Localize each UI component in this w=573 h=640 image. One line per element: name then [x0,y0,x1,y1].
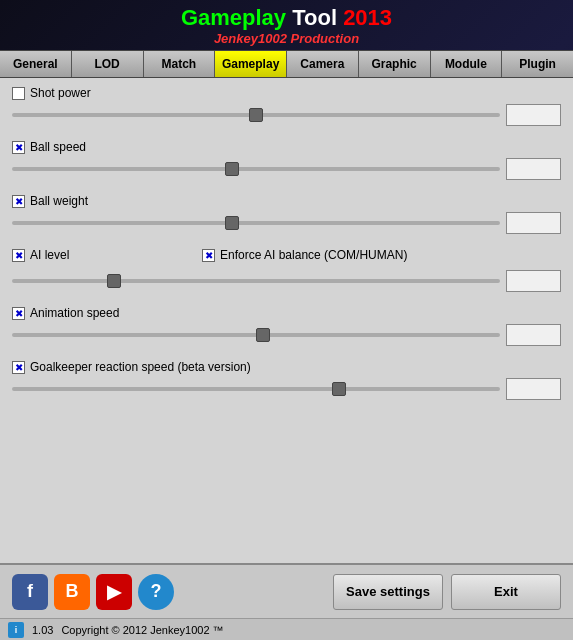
help-symbol: ? [151,581,162,602]
animation-speed-checkbox[interactable] [12,307,25,320]
goalkeeper-slider[interactable] [12,387,500,391]
blog-letter: B [66,581,79,602]
title-tool: Tool [286,5,343,30]
ball-speed-label: Ball speed [30,140,86,154]
youtube-icon[interactable]: ▶ [96,574,132,610]
ai-level-checkbox[interactable] [12,249,25,262]
facebook-icon[interactable]: f [12,574,48,610]
tab-match[interactable]: Match [144,51,216,77]
ai-level-label: AI level [30,248,69,262]
enforce-ai-checkbox[interactable] [202,249,215,262]
version-label: 1.03 [32,624,53,636]
ball-weight-value[interactable]: 90 [506,212,561,234]
ball-speed-row: Ball speed 90 [12,140,561,180]
ai-level-section: AI level [12,248,192,266]
app-title: Gameplay Tool 2013 [181,5,392,31]
status-bar: i 1.03 Copyright © 2012 Jenkey1002 ™ [0,618,573,640]
tab-lod[interactable]: LOD [72,51,144,77]
shot-power-value[interactable]: 100 [506,104,561,126]
goalkeeper-row: Goalkeeper reaction speed (beta version)… [12,360,561,400]
enforce-ai-section: Enforce AI balance (COM/HUMAN) [202,248,561,266]
help-icon[interactable]: ? [138,574,174,610]
youtube-symbol: ▶ [107,581,121,603]
ball-weight-label: Ball weight [30,194,88,208]
tab-graphic[interactable]: Graphic [359,51,431,77]
animation-speed-slider[interactable] [12,333,500,337]
ai-row: AI level Enforce AI balance (COM/HUMAN) … [12,248,561,292]
enforce-ai-value[interactable]: 2 [506,270,561,292]
tab-general[interactable]: General [0,51,72,77]
ball-speed-slider[interactable] [12,167,500,171]
tab-gameplay[interactable]: Gameplay [215,51,287,77]
header-subtitle: Jenkey1002 Production [181,31,392,46]
tab-camera[interactable]: Camera [287,51,359,77]
animation-speed-value[interactable]: 103 [506,324,561,346]
facebook-letter: f [27,581,33,602]
shot-power-row: Shot power 100 [12,86,561,126]
shot-power-checkbox[interactable] [12,87,25,100]
save-settings-button[interactable]: Save settings [333,574,443,610]
exit-button[interactable]: Exit [451,574,561,610]
tab-bar: General LOD Match Gameplay Camera Graphi… [0,50,573,78]
title-gameplay: Gameplay [181,5,286,30]
status-icon: i [8,622,24,638]
ball-weight-checkbox[interactable] [12,195,25,208]
header: Gameplay Tool 2013 Jenkey1002 Production [0,0,573,50]
tab-module[interactable]: Module [431,51,503,77]
ball-weight-slider[interactable] [12,221,500,225]
goalkeeper-checkbox[interactable] [12,361,25,374]
shot-power-slider[interactable] [12,113,500,117]
shot-power-label: Shot power [30,86,91,100]
ball-weight-row: Ball weight 90 [12,194,561,234]
goalkeeper-value[interactable]: 135 [506,378,561,400]
social-icons: f B ▶ ? [12,574,174,610]
blog-icon[interactable]: B [54,574,90,610]
animation-speed-row: Animation speed 103 [12,306,561,346]
animation-speed-label: Animation speed [30,306,119,320]
tab-plugin[interactable]: Plugin [502,51,573,77]
ball-speed-value[interactable]: 90 [506,158,561,180]
ai-combined-slider[interactable] [12,279,500,283]
enforce-ai-label: Enforce AI balance (COM/HUMAN) [220,248,407,262]
copyright-label: Copyright © 2012 Jenkey1002 ™ [61,624,223,636]
footer-buttons: Save settings Exit [333,574,561,610]
content-area: Shot power 100 Ball speed 90 Ball weight [0,78,573,563]
footer: f B ▶ ? Save settings Exit [0,563,573,618]
ball-speed-checkbox[interactable] [12,141,25,154]
title-year: 2013 [343,5,392,30]
goalkeeper-label: Goalkeeper reaction speed (beta version) [30,360,251,374]
